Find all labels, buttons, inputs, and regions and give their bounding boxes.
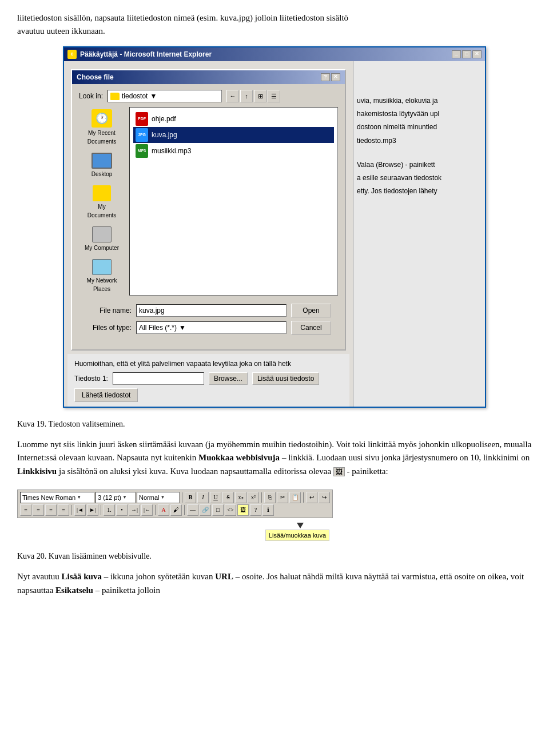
help-button[interactable]: ? bbox=[250, 504, 261, 516]
my-computer-icon bbox=[92, 226, 112, 242]
dialog-close-button[interactable]: ✕ bbox=[331, 73, 340, 81]
dialog-help-button[interactable]: ? bbox=[321, 73, 330, 81]
redo-button[interactable]: ↪ bbox=[319, 492, 330, 503]
align-right-button[interactable]: ≡ bbox=[45, 504, 57, 516]
highlight-button[interactable]: 🖌 bbox=[170, 504, 182, 516]
browser-title: Pääkäyttäjä - Microsoft Internet Explore… bbox=[80, 49, 212, 59]
up-folder-button[interactable]: ↑ bbox=[240, 90, 253, 102]
para2-bold3: Esikatselu bbox=[55, 586, 93, 595]
strikethrough-button[interactable]: S bbox=[222, 492, 234, 503]
tiedosto-input[interactable] bbox=[113, 372, 204, 385]
nav-desktop-label: Desktop bbox=[92, 170, 113, 178]
unordered-list-button[interactable]: • bbox=[116, 504, 128, 516]
maximize-button[interactable]: □ bbox=[462, 50, 471, 58]
new-folder-button[interactable]: ⊞ bbox=[254, 90, 266, 102]
look-in-row: Look in: tiedostot ▼ ← ↑ ⊞ ☰ bbox=[79, 90, 338, 102]
insert-html-button[interactable]: <> bbox=[225, 504, 236, 516]
toolbar-separator-7 bbox=[184, 505, 185, 515]
underline-button[interactable]: U bbox=[210, 492, 221, 503]
insert-box-button[interactable]: □ bbox=[212, 504, 224, 516]
file-name-row: File name: Open bbox=[86, 304, 331, 317]
files-of-type-value: All Files (*.*) bbox=[139, 323, 177, 333]
files-of-type-label: Files of type: bbox=[86, 323, 132, 333]
italic-button[interactable]: I bbox=[197, 492, 209, 503]
open-button[interactable]: Open bbox=[291, 304, 331, 317]
network-places-icon bbox=[92, 259, 112, 275]
font-style-arrow: ▼ bbox=[160, 494, 165, 501]
minimize-button[interactable]: _ bbox=[452, 50, 461, 58]
file-item-pdf[interactable]: PDF ohje.pdf bbox=[133, 111, 334, 127]
navigation-toolbar: ← ↑ ⊞ ☰ bbox=[226, 90, 280, 102]
first-line-button[interactable]: |◄ bbox=[74, 504, 86, 516]
para2-bold1: Lisää kuva bbox=[61, 572, 101, 581]
nav-recent-label: My Recent Documents bbox=[83, 129, 120, 146]
nav-desktop[interactable]: Desktop bbox=[81, 150, 122, 181]
file-name-input[interactable] bbox=[136, 304, 287, 317]
para1-end: - painiketta: bbox=[345, 467, 388, 476]
cancel-button[interactable]: Cancel bbox=[291, 321, 331, 335]
nav-recent-documents[interactable]: 🕐 My Recent Documents bbox=[81, 107, 122, 148]
nav-documents-label: My Documents bbox=[83, 202, 120, 220]
justify-button[interactable]: ≡ bbox=[58, 504, 69, 516]
send-row: Lähetä tiedostot bbox=[74, 388, 343, 402]
nav-computer-label: My Computer bbox=[85, 244, 119, 252]
send-files-button[interactable]: Lähetä tiedostot bbox=[74, 388, 138, 402]
look-in-label: Look in: bbox=[79, 91, 103, 101]
right-line1: uvia, musiikkia, elokuvia ja bbox=[357, 96, 482, 106]
folder-icon bbox=[110, 93, 120, 100]
para2-bold2: URL bbox=[215, 572, 233, 581]
font-style-dropdown[interactable]: Normal ▼ bbox=[137, 492, 180, 503]
paragraph1: Luomme nyt siis linkin juuri äsken siirt… bbox=[17, 438, 532, 478]
file-name-label: File name: bbox=[86, 305, 132, 316]
font-name-dropdown[interactable]: Times New Roman ▼ bbox=[20, 492, 94, 503]
para2-cont: – ikkuna johon syötetään kuvan bbox=[102, 572, 215, 581]
copy-button[interactable]: ⎘ bbox=[264, 492, 276, 503]
paragraph2: Nyt avautuu Lisää kuva – ikkuna johon sy… bbox=[17, 570, 532, 597]
back-button[interactable]: ← bbox=[226, 90, 239, 102]
nav-my-computer[interactable]: My Computer bbox=[81, 224, 122, 254]
insert-link-button[interactable]: 🔗 bbox=[200, 504, 211, 516]
bold-button[interactable]: B bbox=[185, 492, 196, 503]
annotation-arrow bbox=[297, 523, 304, 528]
ordered-list-button[interactable]: 1. bbox=[104, 504, 115, 516]
places-sidebar: 🕐 My Recent Documents Desktop My Documen bbox=[79, 107, 125, 296]
caption-19: Kuva 19. Tiedoston valitseminen. bbox=[17, 418, 532, 430]
browser-right-panel: uvia, musiikkia, elokuvia ja hakemistost… bbox=[353, 61, 485, 407]
nav-my-documents[interactable]: My Documents bbox=[81, 183, 122, 222]
views-button[interactable]: ☰ bbox=[268, 90, 280, 102]
file-item-jpg[interactable]: JPG kuva.jpg bbox=[133, 127, 334, 143]
para1-bold2: Linkkisivu bbox=[17, 467, 57, 476]
insert-image-button[interactable]: 🖼 bbox=[237, 504, 249, 516]
files-of-type-dropdown[interactable]: All Files (*.*) ▼ bbox=[136, 321, 287, 334]
paste-button[interactable]: 📋 bbox=[289, 492, 301, 503]
para1-cont2: ja sisältönä on aluksi yksi kuva. Kuva l… bbox=[57, 467, 333, 476]
cut-button[interactable]: ✂ bbox=[277, 492, 288, 503]
browser-titlebar-left: e Pääkäyttäjä - Microsoft Internet Explo… bbox=[67, 49, 212, 59]
align-left-button[interactable]: ≡ bbox=[20, 504, 31, 516]
last-line-button[interactable]: ►| bbox=[87, 504, 98, 516]
browse-button[interactable]: Browse... bbox=[209, 372, 248, 385]
indent-increase-button[interactable]: →| bbox=[129, 504, 140, 516]
font-size-dropdown[interactable]: 3 (12 pt) ▼ bbox=[96, 492, 136, 503]
file-list[interactable]: PDF ohje.pdf JPG kuva.jpg MP3 musiikki.m… bbox=[129, 107, 338, 296]
text-color-button[interactable]: A bbox=[158, 504, 169, 516]
recent-documents-icon: 🕐 bbox=[92, 109, 112, 128]
browser-titlebar: e Pääkäyttäjä - Microsoft Internet Explo… bbox=[64, 47, 485, 61]
subscript-button[interactable]: x₂ bbox=[235, 492, 246, 503]
file-item-mp3[interactable]: MP3 musiikki.mp3 bbox=[133, 143, 334, 159]
right-line6: a esille seuraavan tiedostok bbox=[357, 173, 482, 184]
toolbar-separator-6 bbox=[155, 505, 156, 515]
info-button[interactable]: ℹ bbox=[262, 504, 274, 516]
toolbar-separator-2 bbox=[261, 492, 262, 503]
look-in-dropdown[interactable]: tiedostot ▼ bbox=[108, 90, 222, 102]
indent-decrease-button[interactable]: |← bbox=[141, 504, 153, 516]
align-center-button[interactable]: ≡ bbox=[33, 504, 44, 516]
close-button[interactable]: ✕ bbox=[472, 50, 482, 58]
superscript-button[interactable]: x² bbox=[248, 492, 259, 503]
nav-network-places[interactable]: My Network Places bbox=[81, 257, 122, 296]
insert-line-button[interactable]: — bbox=[187, 504, 198, 516]
undo-button[interactable]: ↩ bbox=[306, 492, 317, 503]
font-size-arrow: ▼ bbox=[122, 494, 127, 501]
annotation-area: Lisää/muokkaa kuva bbox=[263, 523, 332, 542]
add-file-button[interactable]: Lisää uusi tiedosto bbox=[252, 372, 319, 385]
